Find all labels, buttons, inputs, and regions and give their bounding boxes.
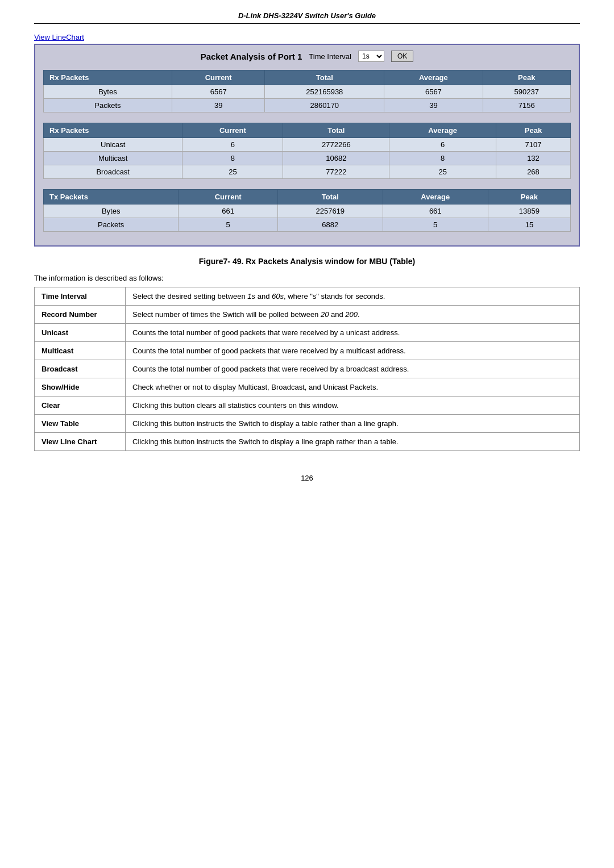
desc-definition: Counts the total number of good packets … — [126, 342, 580, 360]
cell-current: 6 — [182, 138, 283, 152]
rx-bytes-col-header-1: Current — [172, 70, 264, 85]
rx-packets-table: Rx Packets Current Total Average Peak Un… — [43, 123, 571, 179]
table-row: Broadcast 25 77222 25 268 — [44, 165, 571, 179]
desc-definition: Check whether or not to display Multicas… — [126, 378, 580, 397]
ok-button[interactable]: OK — [391, 51, 413, 62]
cell-average: 661 — [383, 205, 488, 218]
desc-row-showhide: Show/Hide Check whether or not to displa… — [35, 378, 580, 397]
rx-bytes-col-header-3: Average — [384, 70, 483, 85]
desc-row-multicast: Multicast Counts the total number of goo… — [35, 342, 580, 360]
table-row: Packets 5 6882 5 15 — [44, 218, 571, 232]
desc-definition: Select the desired setting between 1s an… — [126, 287, 580, 306]
cell-label: Broadcast — [44, 165, 182, 179]
view-linechart-link[interactable]: View LineChart — [34, 33, 84, 41]
cell-peak: 15 — [488, 218, 570, 232]
page-header: D-Link DHS-3224V Switch User's Guide — [34, 11, 580, 24]
page-number: 126 — [34, 474, 580, 482]
cell-label: Multicast — [44, 152, 182, 165]
cell-current: 5 — [179, 218, 278, 232]
desc-definition: Clicking this button clears all statisti… — [126, 397, 580, 415]
cell-peak: 7156 — [483, 99, 570, 112]
cell-current: 39 — [172, 99, 264, 112]
desc-row-time-interval: Time Interval Select the desired setting… — [35, 287, 580, 306]
rx-pkt-col-header-2: Total — [283, 123, 389, 138]
packet-analysis-panel: Packet Analysis of Port 1 Time Interval … — [34, 44, 580, 247]
cell-total: 2772266 — [283, 138, 389, 152]
rx-pkt-col-header-4: Peak — [496, 123, 570, 138]
tx-col-header-0: Tx Packets — [44, 190, 179, 205]
rx-pkt-col-header-3: Average — [389, 123, 496, 138]
rx-bytes-col-header-2: Total — [265, 70, 384, 85]
cell-current: 25 — [182, 165, 283, 179]
cell-label: Packets — [44, 218, 179, 232]
cell-label: Packets — [44, 99, 172, 112]
desc-term: Record Number — [35, 306, 126, 324]
cell-label: Bytes — [44, 85, 172, 99]
tx-col-header-1: Current — [179, 190, 278, 205]
desc-row-view-table: View Table Clicking this button instruct… — [35, 415, 580, 433]
rx-pkt-col-header-0: Rx Packets — [44, 123, 182, 138]
cell-total: 10682 — [283, 152, 389, 165]
cell-average: 5 — [383, 218, 488, 232]
desc-row-clear: Clear Clicking this button clears all st… — [35, 397, 580, 415]
rx-pkt-col-header-1: Current — [182, 123, 283, 138]
cell-total: 2860170 — [265, 99, 384, 112]
cell-peak: 132 — [496, 152, 570, 165]
desc-definition: Select number of times the Switch will b… — [126, 306, 580, 324]
tx-packets-table: Tx Packets Current Total Average Peak By… — [43, 189, 571, 232]
figure-caption: Figure7- 49. Rx Packets Analysis window … — [34, 257, 580, 266]
tx-col-header-2: Total — [277, 190, 383, 205]
time-interval-select[interactable]: 1s 5s 10s 30s 60s — [358, 51, 384, 62]
cell-peak: 590237 — [483, 85, 570, 99]
table-row: Packets 39 2860170 39 7156 — [44, 99, 571, 112]
cell-average: 39 — [384, 99, 483, 112]
desc-term: Multicast — [35, 342, 126, 360]
tx-col-header-4: Peak — [488, 190, 570, 205]
desc-term: Clear — [35, 397, 126, 415]
cell-current: 6567 — [172, 85, 264, 99]
cell-peak: 268 — [496, 165, 570, 179]
desc-term: View Table — [35, 415, 126, 433]
desc-definition: Clicking this button instructs the Switc… — [126, 433, 580, 451]
panel-title: Packet Analysis of Port 1 — [201, 52, 302, 61]
desc-row-broadcast: Broadcast Counts the total number of goo… — [35, 360, 580, 378]
desc-row-record-number: Record Number Select number of times the… — [35, 306, 580, 324]
cell-label: Bytes — [44, 205, 179, 218]
header-title: D-Link DHS-3224V Switch User's Guide — [238, 11, 376, 20]
rx-packets-section: Rx Packets Current Total Average Peak Un… — [43, 123, 571, 179]
desc-row-unicast: Unicast Counts the total number of good … — [35, 324, 580, 342]
panel-header: Packet Analysis of Port 1 Time Interval … — [43, 51, 571, 62]
table-row: Multicast 8 10682 8 132 — [44, 152, 571, 165]
cell-average: 25 — [389, 165, 496, 179]
tx-packets-section: Tx Packets Current Total Average Peak By… — [43, 189, 571, 232]
desc-definition: Counts the total number of good packets … — [126, 324, 580, 342]
desc-term: Time Interval — [35, 287, 126, 306]
cell-total: 252165938 — [265, 85, 384, 99]
time-interval-label: Time Interval — [309, 52, 351, 61]
cell-peak: 7107 — [496, 138, 570, 152]
cell-peak: 13859 — [488, 205, 570, 218]
rx-bytes-table: Rx Packets Current Total Average Peak By… — [43, 70, 571, 112]
desc-definition: Clicking this button instructs the Switc… — [126, 415, 580, 433]
cell-average: 8 — [389, 152, 496, 165]
desc-row-view-line-chart: View Line Chart Clicking this button ins… — [35, 433, 580, 451]
rx-bytes-col-header-4: Peak — [483, 70, 570, 85]
rx-bytes-col-header-0: Rx Packets — [44, 70, 172, 85]
table-row: Bytes 661 2257619 661 13859 — [44, 205, 571, 218]
desc-term: Broadcast — [35, 360, 126, 378]
desc-term: Unicast — [35, 324, 126, 342]
cell-current: 661 — [179, 205, 278, 218]
cell-current: 8 — [182, 152, 283, 165]
table-row: Unicast 6 2772266 6 7107 — [44, 138, 571, 152]
desc-term: View Line Chart — [35, 433, 126, 451]
rx-bytes-section: Rx Packets Current Total Average Peak By… — [43, 70, 571, 112]
description-table: Time Interval Select the desired setting… — [34, 287, 580, 451]
desc-definition: Counts the total number of good packets … — [126, 360, 580, 378]
cell-average: 6 — [389, 138, 496, 152]
info-text: The information is described as follows: — [34, 274, 580, 282]
cell-total: 77222 — [283, 165, 389, 179]
desc-term: Show/Hide — [35, 378, 126, 397]
cell-total: 6882 — [277, 218, 383, 232]
cell-total: 2257619 — [277, 205, 383, 218]
cell-average: 6567 — [384, 85, 483, 99]
